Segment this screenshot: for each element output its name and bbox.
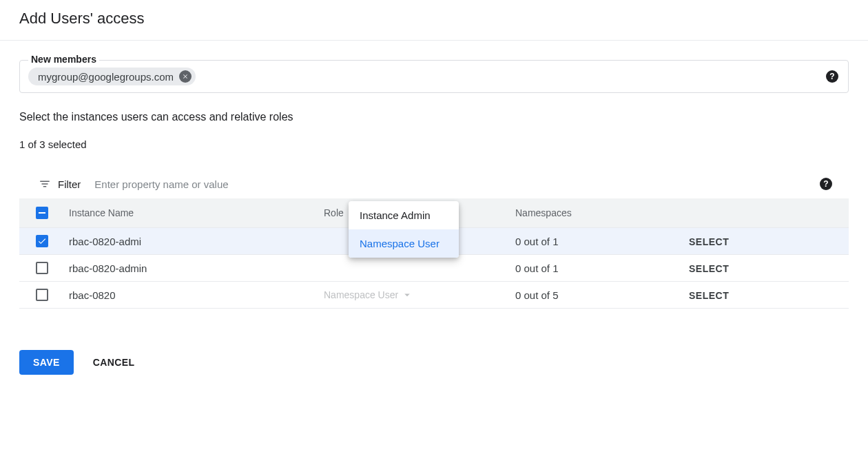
table-row[interactable]: rbac-0820 Namespace User 0 out of 5 SELE…: [19, 282, 849, 309]
namespaces-cell: 0 out of 1: [504, 255, 678, 282]
instance-name: rbac-0820-admi: [58, 228, 313, 255]
row-checkbox[interactable]: [36, 235, 48, 247]
instance-name: rbac-0820: [58, 282, 313, 309]
column-header-instance[interactable]: Instance Name: [58, 198, 313, 228]
member-chip[interactable]: mygroup@googlegroups.com: [28, 68, 196, 85]
page-title: Add Users' access: [19, 10, 849, 28]
row-checkbox[interactable]: [36, 289, 48, 301]
filter-icon: [39, 178, 51, 190]
cancel-button[interactable]: CANCEL: [93, 357, 135, 368]
role-option-namespace-user[interactable]: Namespace User: [349, 229, 459, 258]
instances-description: Select the instances users can access an…: [19, 111, 849, 123]
select-all-checkbox[interactable]: [36, 207, 48, 219]
filter-input[interactable]: [94, 178, 820, 190]
help-icon[interactable]: ?: [820, 178, 832, 190]
role-option-instance-admin[interactable]: Instance Admin: [349, 201, 459, 229]
new-members-field[interactable]: New members mygroup@googlegroups.com ?: [19, 60, 849, 93]
select-button[interactable]: SELECT: [689, 263, 729, 274]
page-header: Add Users' access: [0, 0, 868, 41]
namespaces-cell: 0 out of 1: [504, 228, 678, 255]
actions-bar: SAVE CANCEL: [19, 350, 849, 375]
column-header-namespaces[interactable]: Namespaces: [504, 198, 678, 228]
selection-count: 1 of 3 selected: [19, 138, 849, 150]
role-dropdown-menu: Instance Admin Namespace User: [349, 201, 459, 258]
role-cell[interactable]: [313, 255, 504, 282]
page-content: New members mygroup@googlegroups.com ? S…: [0, 41, 868, 375]
select-button[interactable]: SELECT: [689, 290, 729, 301]
select-button[interactable]: SELECT: [689, 236, 729, 247]
member-chip-text: mygroup@googlegroups.com: [38, 71, 174, 83]
save-button[interactable]: SAVE: [19, 350, 74, 375]
role-cell[interactable]: Namespace User: [313, 282, 504, 309]
instance-name: rbac-0820-admin: [58, 255, 313, 282]
filter-label: Filter: [58, 178, 81, 190]
row-checkbox[interactable]: [36, 262, 48, 274]
role-dropdown-value: Namespace User: [324, 289, 398, 300]
table-row[interactable]: rbac-0820-admin 0 out of 1 SELECT: [19, 255, 849, 282]
help-icon[interactable]: ?: [826, 70, 838, 83]
filter-bar: Filter ?: [19, 169, 849, 198]
close-icon[interactable]: [179, 70, 192, 83]
new-members-label: New members: [28, 54, 99, 65]
namespaces-cell: 0 out of 5: [504, 282, 678, 309]
